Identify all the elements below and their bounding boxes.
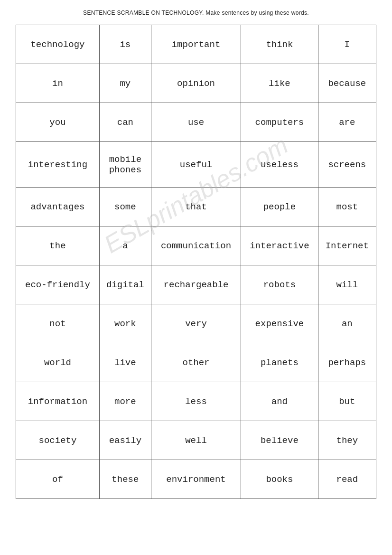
page-title: SENTENCE SCRAMBLE ON TECHNOLOGY. Make se… bbox=[83, 9, 309, 16]
table-cell: you bbox=[16, 103, 100, 142]
table-cell: more bbox=[99, 382, 151, 421]
table-cell: eco-friendly bbox=[16, 265, 100, 304]
table-cell: my bbox=[99, 64, 151, 103]
table-cell: society bbox=[16, 421, 100, 460]
table-cell: is bbox=[99, 25, 151, 64]
table-cell: very bbox=[151, 304, 241, 343]
table-cell: important bbox=[151, 25, 241, 64]
table-cell: robots bbox=[241, 265, 318, 304]
table-cell: in bbox=[16, 64, 100, 103]
table-cell: environment bbox=[151, 460, 241, 499]
table-cell: of bbox=[16, 460, 100, 499]
table-cell: but bbox=[318, 382, 376, 421]
table-cell: computers bbox=[241, 103, 318, 142]
table-cell: the bbox=[16, 226, 100, 265]
table-cell: interesting bbox=[16, 142, 100, 188]
table-cell: they bbox=[318, 421, 376, 460]
table-cell: useful bbox=[151, 142, 241, 188]
table-cell: because bbox=[318, 64, 376, 103]
table-cell: easily bbox=[99, 421, 151, 460]
table-cell: less bbox=[151, 382, 241, 421]
table-cell: read bbox=[318, 460, 376, 499]
table-cell: are bbox=[318, 103, 376, 142]
table-cell: Internet bbox=[318, 226, 376, 265]
table-cell: use bbox=[151, 103, 241, 142]
table-cell: people bbox=[241, 188, 318, 226]
table-cell: opinion bbox=[151, 64, 241, 103]
table-cell: mobilephones bbox=[99, 142, 151, 188]
table-cell: well bbox=[151, 421, 241, 460]
table-cell: work bbox=[99, 304, 151, 343]
table-cell: expensive bbox=[241, 304, 318, 343]
table-cell: world bbox=[16, 343, 100, 382]
table-cell: a bbox=[99, 226, 151, 265]
table-cell: useless bbox=[241, 142, 318, 188]
table-cell: digital bbox=[99, 265, 151, 304]
table-cell: these bbox=[99, 460, 151, 499]
table-cell: some bbox=[99, 188, 151, 226]
table-cell: not bbox=[16, 304, 100, 343]
table-cell: interactive bbox=[241, 226, 318, 265]
table-cell: think bbox=[241, 25, 318, 64]
table-cell: technology bbox=[16, 25, 100, 64]
table-cell: will bbox=[318, 265, 376, 304]
table-cell: an bbox=[318, 304, 376, 343]
table-cell: I bbox=[318, 25, 376, 64]
table-cell: and bbox=[241, 382, 318, 421]
table-cell: believe bbox=[241, 421, 318, 460]
table-cell: planets bbox=[241, 343, 318, 382]
table-cell: other bbox=[151, 343, 241, 382]
table-cell: communication bbox=[151, 226, 241, 265]
table-cell: that bbox=[151, 188, 241, 226]
table-cell: like bbox=[241, 64, 318, 103]
table-cell: screens bbox=[318, 142, 376, 188]
table-cell: information bbox=[16, 382, 100, 421]
table-cell: books bbox=[241, 460, 318, 499]
table-cell: advantages bbox=[16, 188, 100, 226]
table-cell: live bbox=[99, 343, 151, 382]
table-cell: most bbox=[318, 188, 376, 226]
table-cell: perhaps bbox=[318, 343, 376, 382]
word-table: technologyisimportantthinkIinmyopinionli… bbox=[16, 25, 376, 499]
table-cell: rechargeable bbox=[151, 265, 241, 304]
table-cell: can bbox=[99, 103, 151, 142]
